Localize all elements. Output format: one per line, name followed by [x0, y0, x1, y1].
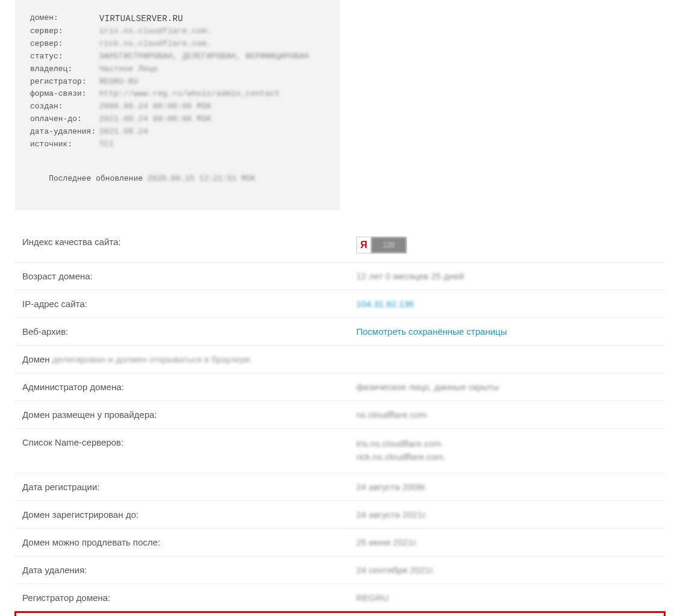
del-label: Дата удаления:	[22, 565, 356, 575]
row-regdate: Дата регистрации: 24 августа 2008г.	[15, 473, 665, 501]
ns-label: Список Name-серверов:	[22, 437, 356, 447]
yandex-logo-icon: Я	[357, 237, 371, 253]
provider-label: Домен размещен у провайдера:	[22, 409, 356, 420]
ns-values: iris.ns.cloudflare.com. rick.ns.cloudfla…	[356, 437, 446, 464]
archive-link[interactable]: Посмотреть сохранённые страницы	[356, 326, 507, 337]
row-renew: Домен можно продлевать после: 25 июня 20…	[15, 529, 665, 556]
whois-field-value: ЗАРЕГИСТРИРОВАН, ДЕЛЕГИРОВАН, ВЕРИФИЦИРО…	[99, 51, 309, 63]
registrar-label: Регистратор домена:	[22, 593, 356, 603]
yandex-score: 120	[371, 237, 406, 253]
row-quality: Индекс качества сайта: Я 120	[15, 228, 665, 263]
row-provider: Домен размещен у провайдера: ns.cloudfla…	[15, 401, 665, 429]
row-nameservers: Список Name-серверов: iris.ns.cloudflare…	[15, 429, 665, 473]
row-archive: Веб-архив: Посмотреть сохранённые страни…	[15, 318, 665, 346]
whois-row: создан:2008.08.24 00:00:00 MSK	[30, 101, 325, 113]
whois-field-value: REGRU-RU	[99, 76, 138, 89]
row-ip: IP-адрес сайта: 104.31.82.136	[15, 290, 665, 318]
whois-raw-block: домен:VIRTUALSERVER.RUсервер:iris.ns.clo…	[15, 0, 340, 210]
quality-label: Индекс качества сайта:	[22, 237, 356, 247]
ip-value[interactable]: 104.31.82.136	[356, 299, 414, 309]
regdate-value: 24 августа 2008г.	[356, 482, 427, 492]
regdate-label: Дата регистрации:	[22, 482, 356, 492]
row-age: Возраст домена: 12 лет 0 месяцев 25 дней	[15, 263, 665, 290]
archive-label: Веб-архив:	[22, 326, 356, 337]
domain-info-table: Индекс качества сайта: Я 120 Возраст дом…	[15, 228, 665, 616]
whois-field-value: http://www.reg.ru/whois/admin_contact	[99, 88, 280, 101]
whois-field-value: rick.ns.cloudflare.com.	[99, 38, 211, 51]
whois-field-label: домен:	[30, 12, 99, 25]
quality-value: Я 120	[356, 237, 407, 254]
admin-value: физическое лицо, данные скрыты	[356, 382, 499, 392]
whois-row: регистратор:REGRU-RU	[30, 76, 325, 89]
whois-field-label: сервер:	[30, 25, 99, 38]
registrar-value: REGRU	[356, 593, 389, 603]
whois-field-label: форма-связи:	[30, 88, 99, 101]
admin-label: Администратор домена:	[22, 382, 356, 392]
whois-field-value: 2021.08.24 00:00:00 MSK	[99, 113, 211, 126]
whois-row: домен:VIRTUALSERVER.RU	[30, 12, 325, 25]
renew-label: Домен можно продлевать после:	[22, 537, 356, 547]
whois-last-update: Последнее обновление 2020.09.15 12:21:51…	[30, 160, 325, 198]
whois-row: сервер:iris.ns.cloudflare.com.	[30, 25, 325, 38]
row-paidtill: Домен зарегистрирован до: 24 августа 202…	[15, 501, 665, 529]
age-label: Возраст домена:	[22, 271, 356, 281]
whois-field-label: регистратор:	[30, 76, 99, 89]
age-value: 12 лет 0 месяцев 25 дней	[356, 271, 464, 281]
whois-field-value: 2008.08.24 00:00:00 MSK	[99, 101, 211, 113]
yandex-iqs-badge[interactable]: Я 120	[356, 237, 407, 254]
whois-field-label: владелец:	[30, 63, 99, 76]
whois-row: владелец:Частное Лицо	[30, 63, 325, 76]
row-deletion: Дата удаления: 24 сентября 2021г.	[15, 556, 665, 584]
whois-row: статус:ЗАРЕГИСТРИРОВАН, ДЕЛЕГИРОВАН, ВЕР…	[30, 51, 325, 63]
provider-value: ns.cloudflare.com	[356, 409, 427, 420]
renew-value: 25 июня 2021г.	[356, 537, 418, 547]
whois-field-value: VIRTUALSERVER.RU	[99, 12, 183, 25]
whois-row: сервер:rick.ns.cloudflare.com.	[30, 38, 325, 51]
row-delegated: Домен делегирован и должен открываться в…	[15, 346, 665, 373]
delegated-text: Домен делегирован и должен открываться в…	[22, 354, 253, 364]
paid-label: Домен зарегистрирован до:	[22, 509, 356, 520]
whois-field-label: оплачен-до:	[30, 113, 99, 126]
whois-field-label: дата-удаления:	[30, 126, 99, 138]
ip-label: IP-адрес сайта:	[22, 299, 356, 309]
whois-field-label: источник:	[30, 138, 99, 151]
whois-field-value: Частное Лицо	[99, 63, 158, 76]
whois-field-label: статус:	[30, 51, 99, 63]
whois-field-value: iris.ns.cloudflare.com.	[99, 25, 211, 38]
whois-field-value: TCI	[99, 138, 114, 151]
whois-row: оплачен-до:2021.08.24 00:00:00 MSK	[30, 113, 325, 126]
whois-row: дата-удаления:2021.09.24	[30, 126, 325, 138]
whois-row: форма-связи:http://www.reg.ru/whois/admi…	[30, 88, 325, 101]
whois-field-label: создан:	[30, 101, 99, 113]
whois-field-value: 2021.09.24	[99, 126, 148, 138]
whois-field-label: сервер:	[30, 38, 99, 51]
del-value: 24 сентября 2021г.	[356, 565, 434, 575]
row-registrar: Регистратор домена: REGRU	[15, 584, 665, 612]
row-admin: Администратор домена: физическое лицо, д…	[15, 373, 665, 401]
row-contact-form: Форма связи с администратором: http://ww…	[15, 612, 665, 616]
paid-value: 24 августа 2021г.	[356, 509, 427, 520]
whois-row: источник:TCI	[30, 138, 325, 151]
